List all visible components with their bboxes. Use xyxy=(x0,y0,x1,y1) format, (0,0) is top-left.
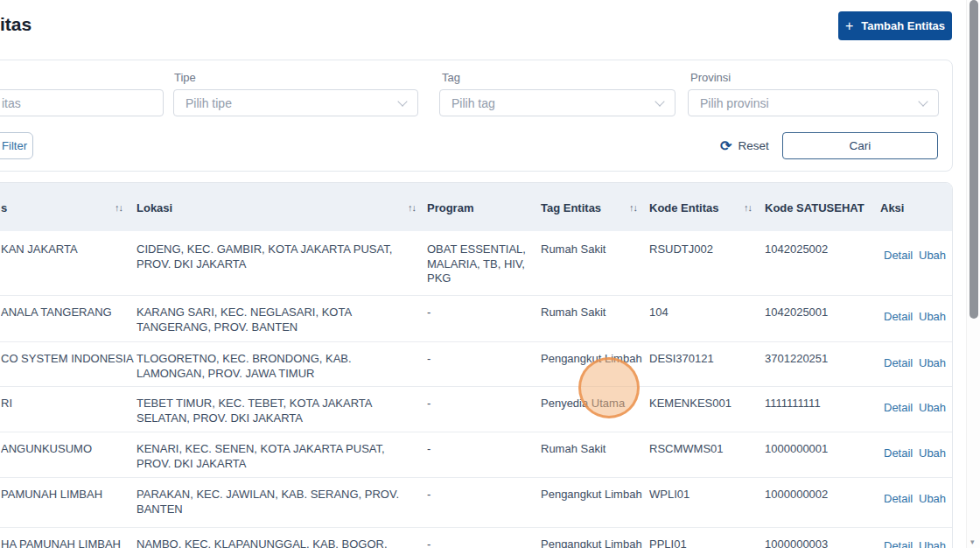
reset-label: Reset xyxy=(738,139,768,152)
cell-nama-entitas: PAMUNAH LIMBAH xyxy=(1,488,134,502)
tipe-label: Tipe xyxy=(174,71,196,84)
cell-kode-entitas: WPLI01 xyxy=(649,488,752,502)
cell-program: - xyxy=(427,537,534,548)
vertical-scrollbar[interactable]: ▾ xyxy=(966,0,980,548)
cell-lokasi: PARAKAN, KEC. JAWILAN, KAB. SERANG, PROV… xyxy=(136,488,415,516)
cell-kode-satusehat: 1000000001 xyxy=(765,442,872,457)
table-row: HA PAMUNAH LIMBAH NAMBO, KEC. KLAPANUNGG… xyxy=(0,528,952,548)
table-row: RI TEBET TIMUR, KEC. TEBET, KOTA JAKARTA… xyxy=(0,387,952,432)
cell-kode-entitas: PPLI01 xyxy=(649,537,752,548)
entitas-page: itas + Tambah Entitas Tipe Pilih tipe Ta… xyxy=(0,0,980,548)
reset-button[interactable]: ⟳ Reset xyxy=(720,132,769,159)
cell-program: - xyxy=(427,442,534,457)
cell-lokasi: KENARI, KEC. SENEN, KOTA JAKARTA PUSAT, … xyxy=(136,442,415,471)
tag-select-placeholder: Pilih tag xyxy=(452,96,495,110)
cell-lokasi: TEBET TIMUR, KEC. TEBET, KOTA JAKARTA SE… xyxy=(136,397,415,425)
tambah-entitas-label: Tambah Entitas xyxy=(861,19,945,32)
cell-program: - xyxy=(427,397,534,411)
cell-lokasi: CIDENG, KEC. GAMBIR, KOTA JAKARTA PUSAT,… xyxy=(136,242,415,271)
col-header-kode-entitas[interactable]: Kode Entitas xyxy=(649,200,718,214)
col-header-tag-entitas[interactable]: Tag Entitas xyxy=(541,200,601,214)
detail-link[interactable]: Detail xyxy=(884,401,913,414)
sort-icon[interactable]: ↑↓ xyxy=(408,202,416,213)
provinsi-select-placeholder: Pilih provinsi xyxy=(700,96,769,110)
table-row: ANGUNKUSUMO KENARI, KEC. SENEN, KOTA JAK… xyxy=(0,432,952,478)
chevron-down-icon xyxy=(654,96,664,106)
cell-tag-entitas: Rumah Sakit xyxy=(541,242,644,257)
sort-icon[interactable]: ↑↓ xyxy=(744,202,752,213)
cell-tag-entitas: Pengangkut Limbah xyxy=(541,537,644,548)
cell-kode-entitas: DESI370121 xyxy=(649,352,752,367)
ubah-link[interactable]: Ubah xyxy=(919,492,946,505)
cell-kode-satusehat: 1042025001 xyxy=(765,306,872,320)
nama-entitas-input[interactable] xyxy=(0,89,164,116)
cell-kode-entitas: 104 xyxy=(649,306,752,320)
detail-link[interactable]: Detail xyxy=(884,249,913,262)
detail-link[interactable]: Detail xyxy=(884,492,913,505)
cell-nama-entitas: RI xyxy=(1,397,134,411)
chevron-down-icon xyxy=(918,96,928,106)
col-header-nama-entitas[interactable]: s xyxy=(1,200,7,214)
cell-program: - xyxy=(427,352,534,367)
sort-icon[interactable]: ↑↓ xyxy=(115,202,122,213)
table-header-row: s ↑↓ Lokasi ↑↓ Program Tag Entitas ↑↓ Ko… xyxy=(0,183,952,231)
cell-lokasi: TLOGORETNO, KEC. BRONDONG, KAB. LAMONGAN… xyxy=(136,352,415,381)
ubah-link[interactable]: Ubah xyxy=(919,249,946,262)
cell-lokasi: NAMBO, KEC. KLAPANUNGGAL, KAB. BOGOR, PR… xyxy=(136,537,415,548)
cell-lokasi: KARANG SARI, KEC. NEGLASARI, KOTA TANGER… xyxy=(136,306,415,334)
cell-nama-entitas: ANGUNKUSUMO xyxy=(1,442,134,457)
cell-tag-entitas: Rumah Sakit xyxy=(541,442,644,457)
tambah-entitas-button[interactable]: + Tambah Entitas xyxy=(838,11,952,40)
plus-icon: + xyxy=(845,19,853,33)
cell-kode-entitas: RSUDTJ002 xyxy=(649,242,752,257)
col-header-program[interactable]: Program xyxy=(427,200,473,214)
cell-program: - xyxy=(427,306,534,320)
ubah-link[interactable]: Ubah xyxy=(919,539,946,548)
tag-label: Tag xyxy=(442,71,460,84)
cell-kode-satusehat: 1042025002 xyxy=(765,242,872,257)
cell-kode-satusehat: 1000000003 xyxy=(765,537,872,548)
filter-panel: Tipe Pilih tipe Tag Pilih tag Provinsi P… xyxy=(0,60,953,172)
scrollbar-thumb[interactable] xyxy=(970,0,978,319)
cell-program: OBAT ESSENTIAL, MALARIA, TB, HIV, PKG xyxy=(427,242,534,286)
cell-tag-entitas: Pengangkut Limbah xyxy=(541,488,644,502)
ubah-link[interactable]: Ubah xyxy=(919,310,946,323)
cell-kode-satusehat: 1111111111 xyxy=(765,397,872,411)
filter-button[interactable]: Filter xyxy=(0,132,33,159)
detail-link[interactable]: Detail xyxy=(884,539,913,548)
ubah-link[interactable]: Ubah xyxy=(919,446,946,460)
tipe-select-placeholder: Pilih tipe xyxy=(186,96,232,110)
cell-program: - xyxy=(427,488,534,502)
ubah-link[interactable]: Ubah xyxy=(919,401,946,414)
cell-tag-entitas: Penyedia Utama xyxy=(541,397,644,411)
cell-nama-entitas: KAN JAKARTA xyxy=(1,242,134,257)
cell-kode-satusehat: 3701220251 xyxy=(765,352,872,367)
cell-kode-entitas: RSCMWMS01 xyxy=(649,442,752,457)
entitas-table: s ↑↓ Lokasi ↑↓ Program Tag Entitas ↑↓ Ko… xyxy=(0,182,953,548)
provinsi-select[interactable]: Pilih provinsi xyxy=(688,89,939,116)
table-row: KAN JAKARTA CIDENG, KEC. GAMBIR, KOTA JA… xyxy=(0,231,952,296)
ubah-link[interactable]: Ubah xyxy=(919,356,946,369)
col-header-kode-satusehat[interactable]: Kode SATUSEHAT xyxy=(765,200,864,214)
cell-nama-entitas: ANALA TANGERANG xyxy=(1,306,134,320)
cari-button[interactable]: Cari xyxy=(782,132,938,159)
sort-icon[interactable]: ↑↓ xyxy=(629,202,637,213)
detail-link[interactable]: Detail xyxy=(884,446,913,460)
chevron-down-icon xyxy=(397,96,407,106)
cell-kode-entitas: KEMENKES001 xyxy=(649,397,752,411)
provinsi-label: Provinsi xyxy=(690,71,731,84)
tag-select[interactable]: Pilih tag xyxy=(439,89,676,116)
col-header-lokasi[interactable]: Lokasi xyxy=(136,200,172,214)
tipe-select[interactable]: Pilih tipe xyxy=(173,89,418,116)
detail-link[interactable]: Detail xyxy=(884,356,913,369)
cell-tag-entitas: Rumah Sakit xyxy=(541,306,644,320)
cell-nama-entitas: HA PAMUNAH LIMBAH xyxy=(1,537,134,548)
table-row: PAMUNAH LIMBAH PARAKAN, KEC. JAWILAN, KA… xyxy=(0,478,952,528)
detail-link[interactable]: Detail xyxy=(884,310,913,323)
page-title: itas xyxy=(0,14,32,35)
cell-nama-entitas: CO SYSTEM INDONESIA xyxy=(1,352,134,367)
cell-kode-satusehat: 1000000002 xyxy=(765,488,872,502)
table-row: CO SYSTEM INDONESIA TLOGORETNO, KEC. BRO… xyxy=(0,342,952,387)
table-row: ANALA TANGERANG KARANG SARI, KEC. NEGLAS… xyxy=(0,296,952,342)
scroll-down-arrow-icon[interactable]: ▾ xyxy=(970,537,975,546)
